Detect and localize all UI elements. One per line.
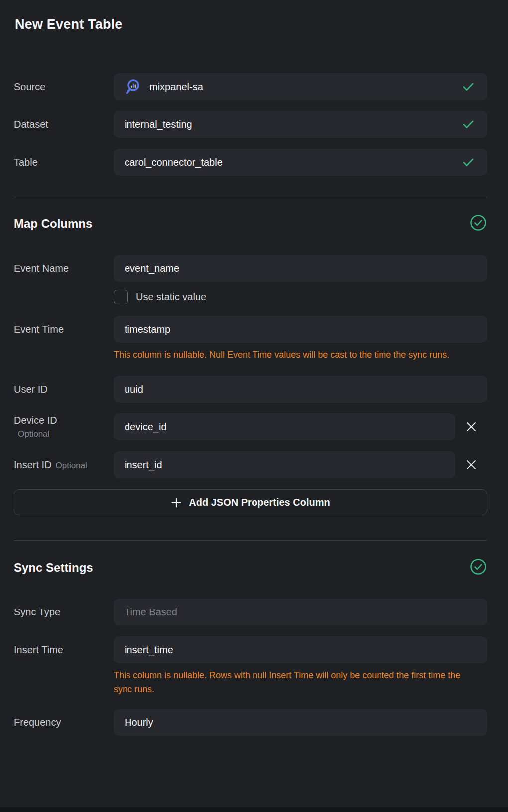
dataset-row: Dataset internal_testing xyxy=(14,111,487,138)
device-id-row: Device ID Optional device_id xyxy=(14,413,487,440)
source-valid-check-icon xyxy=(462,82,474,92)
use-static-value-label: Use static value xyxy=(136,291,206,303)
device-id-label: Device ID xyxy=(14,415,57,426)
insert-id-optional-label: Optional xyxy=(56,461,87,470)
table-value: carol_connector_table xyxy=(125,157,223,168)
event-time-label: Event Time xyxy=(14,323,114,336)
source-input[interactable]: mixpanel-sa xyxy=(114,73,487,100)
close-icon xyxy=(466,459,477,470)
user-id-input[interactable]: uuid xyxy=(114,376,487,403)
frequency-value: Hourly xyxy=(125,717,153,728)
dataset-input[interactable]: internal_testing xyxy=(114,111,487,138)
event-name-label: Event Name xyxy=(14,262,114,275)
source-value: mixpanel-sa xyxy=(149,81,203,93)
table-row: Table carol_connector_table xyxy=(14,149,487,176)
event-name-input[interactable]: event_name xyxy=(114,255,487,282)
add-json-properties-column-label: Add JSON Properties Column xyxy=(189,497,330,508)
insert-time-row: Insert Time insert_time xyxy=(14,636,487,663)
sync-settings-heading: Sync Settings xyxy=(14,561,93,575)
device-id-optional-label: Optional xyxy=(14,429,114,439)
table-valid-check-icon xyxy=(462,157,474,167)
section-divider xyxy=(14,197,487,197)
frequency-input[interactable]: Hourly xyxy=(114,709,487,736)
source-label: Source xyxy=(14,81,114,93)
map-columns-block: Event Name event_name Use static value E… xyxy=(14,255,487,515)
section-divider xyxy=(14,540,487,541)
close-icon xyxy=(466,421,477,432)
dataset-value: internal_testing xyxy=(125,119,192,130)
insert-id-value: insert_id xyxy=(125,459,162,471)
frequency-row: Frequency Hourly xyxy=(14,709,487,736)
source-block: Source mixpanel-sa Dataset xyxy=(14,73,487,176)
insert-id-input[interactable]: insert_id xyxy=(114,451,455,478)
dataset-label: Dataset xyxy=(14,118,114,131)
sync-type-label: Sync Type xyxy=(14,606,114,618)
user-id-value: uuid xyxy=(125,384,143,395)
map-columns-header: Map Columns xyxy=(14,214,487,234)
event-time-value: timestamp xyxy=(125,324,170,335)
sync-type-row: Sync Type Time Based xyxy=(14,599,487,625)
dataset-valid-check-icon xyxy=(462,119,474,129)
section-complete-check-icon xyxy=(469,214,487,234)
plus-icon xyxy=(171,497,182,508)
event-time-warning: This column is nullable. Null Event Time… xyxy=(114,348,467,362)
insert-time-value: insert_time xyxy=(125,644,173,656)
device-id-clear-button[interactable] xyxy=(455,413,487,440)
user-id-label: User ID xyxy=(14,383,114,396)
mixpanel-logo-icon xyxy=(125,78,141,95)
event-name-value: event_name xyxy=(125,263,179,274)
use-static-value-checkbox[interactable] xyxy=(114,290,128,304)
table-label: Table xyxy=(14,156,114,169)
insert-id-label: Insert ID xyxy=(14,459,52,470)
new-event-table-panel: New Event Table Source mixpanel-sa xyxy=(0,0,508,812)
sync-settings-block: Sync Type Time Based Insert Time insert_… xyxy=(14,599,487,736)
frequency-label: Frequency xyxy=(14,716,114,729)
table-input[interactable]: carol_connector_table xyxy=(114,149,487,176)
panel-bottom-edge xyxy=(0,807,508,812)
page-title: New Event Table xyxy=(15,17,487,32)
sync-type-value: Time Based xyxy=(125,607,177,618)
section-complete-check-icon xyxy=(469,558,487,578)
insert-time-input[interactable]: insert_time xyxy=(114,636,487,663)
use-static-value-row: Use static value xyxy=(114,290,487,304)
device-id-input[interactable]: device_id xyxy=(114,413,455,440)
sync-type-input: Time Based xyxy=(114,599,487,625)
insert-id-clear-button[interactable] xyxy=(455,451,487,478)
map-columns-heading: Map Columns xyxy=(14,217,92,231)
event-time-input[interactable]: timestamp xyxy=(114,316,487,343)
insert-time-label: Insert Time xyxy=(14,644,114,656)
user-id-row: User ID uuid xyxy=(14,376,487,403)
device-id-value: device_id xyxy=(125,421,167,433)
event-time-row: Event Time timestamp xyxy=(14,316,487,343)
source-row: Source mixpanel-sa xyxy=(14,73,487,100)
event-name-row: Event Name event_name xyxy=(14,255,487,282)
insert-id-row: Insert IDOptional insert_id xyxy=(14,451,487,478)
insert-time-warning: This column is nullable. Rows with null … xyxy=(114,668,467,696)
add-json-properties-column-button[interactable]: Add JSON Properties Column xyxy=(14,489,487,515)
sync-settings-header: Sync Settings xyxy=(14,558,487,578)
